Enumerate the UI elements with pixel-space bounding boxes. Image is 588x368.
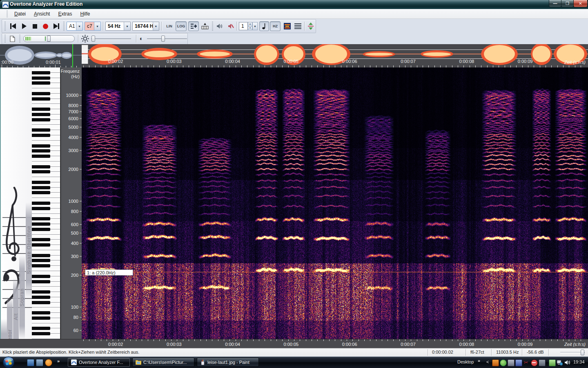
black-key[interactable] (32, 108, 50, 111)
close-button[interactable]: ✕ (573, 0, 588, 7)
black-key[interactable] (32, 243, 50, 247)
black-key[interactable] (32, 76, 50, 80)
black-key[interactable] (32, 97, 50, 101)
black-key[interactable] (32, 165, 50, 168)
black-key[interactable] (32, 118, 50, 121)
new-document-button[interactable] (7, 34, 17, 43)
staff-view-button[interactable] (293, 21, 303, 31)
log-scale-button[interactable]: LOG (176, 21, 187, 31)
black-key[interactable] (32, 217, 50, 220)
chevron-down-icon[interactable]: ▼ (153, 22, 159, 30)
minimize-button[interactable]: — (549, 0, 561, 7)
black-key[interactable] (32, 275, 50, 278)
toolbar-grip2[interactable] (63, 22, 65, 31)
meter-thumb[interactable] (47, 36, 51, 42)
blocked-tray-icon[interactable] (531, 359, 538, 366)
timeline-waveform[interactable]: 0:00:020:00:030:00:040:00:050:00:060:00:… (82, 44, 588, 67)
black-key[interactable] (32, 264, 50, 267)
black-key[interactable] (32, 202, 50, 205)
volume-tray-icon[interactable] (564, 359, 570, 366)
level-meter[interactable] (23, 35, 75, 42)
black-key[interactable] (32, 290, 50, 294)
black-key[interactable] (32, 81, 50, 85)
spin-down-icon[interactable]: ▼ (248, 27, 252, 31)
black-key[interactable] (32, 316, 50, 320)
black-key[interactable] (32, 155, 50, 158)
antivirus-tray-icon[interactable] (500, 359, 507, 366)
menu-item-datei[interactable]: Datei (10, 10, 30, 18)
chevron-down-icon[interactable]: ▼ (94, 22, 100, 30)
black-key[interactable] (32, 207, 50, 210)
panel-layout-button[interactable] (188, 21, 199, 31)
desktop-toolbar-label[interactable]: Desktop (457, 359, 474, 364)
piano-keyboard[interactable] (32, 67, 60, 339)
black-key[interactable] (32, 134, 50, 137)
skip-end-button[interactable] (51, 21, 62, 31)
black-key[interactable] (32, 228, 50, 231)
black-key[interactable] (32, 238, 50, 241)
taskbar-button-paint[interactable]: leise-laut1.jpg - Paint (197, 358, 259, 367)
toolbar-grip[interactable] (4, 22, 6, 31)
toolbar-grip3[interactable] (212, 22, 213, 31)
display-tray-icon[interactable] (515, 359, 522, 366)
desktop-chevron[interactable]: » (478, 358, 480, 363)
channel-spinner-arrows[interactable]: ▲ ▼ (248, 22, 252, 30)
tray-expand-arrow[interactable]: < (486, 359, 489, 364)
high-freq-combo[interactable]: 16744 H ▼ (132, 22, 159, 31)
menu-item-hilfe[interactable]: Hilfe (76, 10, 94, 18)
java-tray-icon[interactable] (492, 359, 499, 366)
mute-button[interactable] (226, 21, 236, 31)
toolbar-grip5[interactable] (19, 35, 20, 43)
pitch-marker-line[interactable] (82, 272, 588, 272)
window-switcher-icon[interactable] (36, 359, 43, 366)
pitch-range-button[interactable] (306, 21, 316, 31)
hz-display-button[interactable]: HZ (270, 21, 281, 31)
black-key[interactable] (32, 113, 50, 116)
playback-cursor[interactable] (72, 44, 73, 67)
overview-waveform[interactable]: :00:000:00:01 (0, 44, 82, 67)
skip-start-button[interactable] (8, 21, 18, 31)
high-note-combo[interactable]: c7 ▼ (85, 22, 101, 31)
update-tray-icon[interactable] (508, 359, 514, 366)
black-key[interactable] (32, 144, 50, 148)
low-freq-combo[interactable]: 54 Hz ▼ (105, 22, 131, 31)
black-key[interactable] (32, 181, 50, 184)
toolbar-grip4[interactable] (4, 35, 6, 43)
chevron-down-icon[interactable]: ▼ (124, 22, 130, 30)
record-button[interactable] (40, 21, 50, 31)
black-key[interactable] (32, 186, 50, 189)
channel-dropdown[interactable]: ▼ (252, 22, 258, 30)
network-tray-icon[interactable] (557, 359, 563, 366)
media-player-icon[interactable] (45, 359, 52, 366)
taskbar-button-explorer[interactable]: C:\Users\sem\Pictur... (132, 358, 194, 367)
black-key[interactable] (32, 254, 50, 257)
low-note-combo[interactable]: A1 ▼ (67, 22, 83, 31)
note-display-button[interactable] (259, 21, 269, 31)
show-desktop-icon[interactable] (27, 359, 34, 366)
menu-item-ansicht[interactable]: Ansicht (30, 10, 54, 18)
contrast-slider[interactable] (147, 38, 187, 39)
spectrogram-view-button[interactable] (282, 21, 292, 31)
chevron-down-icon[interactable]: ▼ (76, 22, 82, 30)
black-key[interactable] (32, 71, 50, 74)
play-button[interactable] (19, 21, 29, 31)
snipping-tray-icon[interactable]: ✂ (523, 359, 529, 366)
black-key[interactable] (32, 301, 50, 304)
black-key[interactable] (32, 128, 50, 132)
black-key[interactable] (32, 311, 50, 314)
speaker-button[interactable] (215, 21, 225, 31)
black-key[interactable] (32, 191, 50, 194)
black-key[interactable] (32, 296, 50, 299)
black-key[interactable] (32, 259, 50, 262)
status-zoom-thumb[interactable] (581, 350, 584, 355)
black-key[interactable] (32, 332, 50, 335)
start-button[interactable] (2, 355, 16, 368)
power-tray-icon[interactable] (549, 359, 556, 366)
linear-scale-button[interactable]: LIN (164, 21, 175, 31)
black-key[interactable] (32, 92, 50, 95)
black-key[interactable] (32, 280, 50, 283)
taskbar-button-overtone[interactable]: Overtone Analyzer F... (68, 358, 130, 367)
brightness-slider[interactable] (91, 38, 131, 39)
brightness-thumb[interactable] (91, 36, 95, 42)
piano-view-button[interactable] (200, 21, 210, 31)
